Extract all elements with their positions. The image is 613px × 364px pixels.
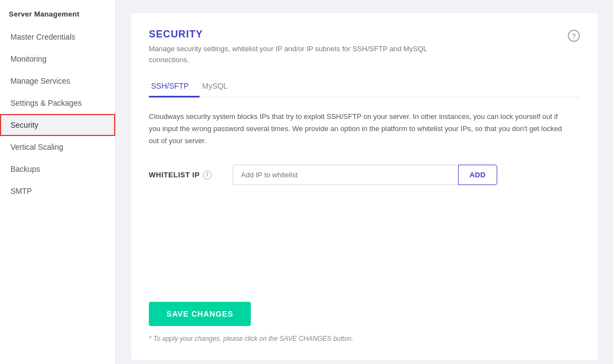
sidebar-title: Server Management <box>0 0 115 26</box>
sidebar-item-backups[interactable]: Backups <box>0 158 115 180</box>
main-content: SECURITY Manage security settings, white… <box>116 0 613 364</box>
sidebar-item-vertical-scaling[interactable]: Vertical Scaling <box>0 136 115 158</box>
sidebar-item-manage-services[interactable]: Manage Services <box>0 70 115 92</box>
sidebar-item-master-credentials[interactable]: Master Credentials <box>0 26 115 48</box>
tab-ssh-sftp[interactable]: SSH/SFTP <box>149 76 200 97</box>
save-note: * To apply your changes, please click on… <box>149 335 580 343</box>
page-header: SECURITY Manage security settings, white… <box>149 29 580 65</box>
page-description: Manage security settings, whitelist your… <box>149 44 458 65</box>
sidebar-item-smtp[interactable]: SMTP <box>0 180 115 202</box>
whitelist-ip-input[interactable] <box>233 165 458 185</box>
section-description: Cloudways security system blocks IPs tha… <box>149 111 568 147</box>
whitelist-ip-row: WHITELIST IP i ADD <box>149 165 580 185</box>
sidebar-item-security[interactable]: Security <box>0 114 115 136</box>
help-icon[interactable]: ? <box>568 30 580 42</box>
sidebar-item-monitoring[interactable]: Monitoring <box>0 48 115 70</box>
sidebar: Server Management Master Credentials Mon… <box>0 0 116 364</box>
whitelist-add-button[interactable]: ADD <box>458 165 497 185</box>
whitelist-label: WHITELIST IP i <box>149 171 226 180</box>
spacer <box>149 203 580 302</box>
sidebar-item-settings-packages[interactable]: Settings & Packages <box>0 92 115 114</box>
whitelist-info-icon[interactable]: i <box>203 171 212 180</box>
whitelist-input-wrap: ADD <box>233 165 497 185</box>
tab-mysql[interactable]: MySQL <box>200 76 239 97</box>
tabs: SSH/SFTP MySQL <box>149 76 580 97</box>
page-title: SECURITY <box>149 29 458 40</box>
save-changes-button[interactable]: SAVE CHANGES <box>149 302 251 326</box>
content-card: SECURITY Manage security settings, white… <box>131 13 598 360</box>
page-header-text: SECURITY Manage security settings, white… <box>149 29 458 65</box>
